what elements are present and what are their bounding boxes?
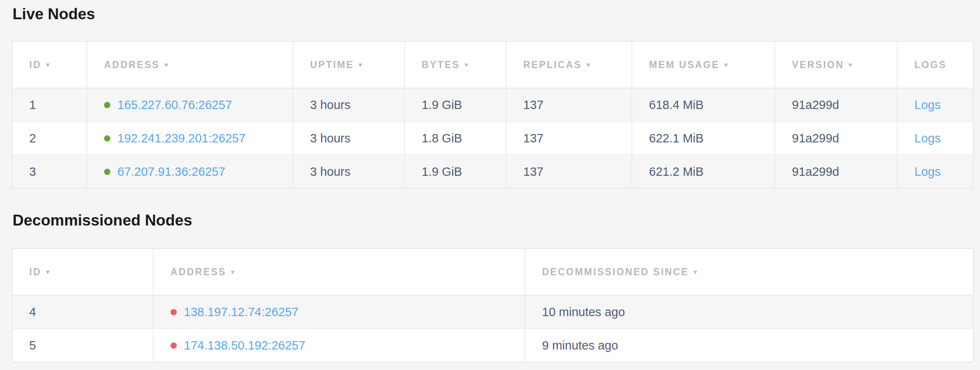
column-header-replicas-label: REPLICAS xyxy=(523,59,582,70)
column-header-id[interactable]: ID▾ xyxy=(12,248,153,295)
sort-arrow-icon: ▾ xyxy=(849,61,854,69)
live-nodes-title: Live Nodes xyxy=(13,0,980,23)
node-address-link[interactable]: 138.197.12.74:26257 xyxy=(184,305,298,319)
node-decommissioned-status-icon xyxy=(171,309,177,315)
column-header-mem-usage[interactable]: MEM USAGE▾ xyxy=(632,41,775,88)
column-header-address[interactable]: ADDRESS▾ xyxy=(87,41,293,88)
node-bytes-cell: 1.9 GiB xyxy=(405,155,506,188)
logs-link[interactable]: Logs xyxy=(914,132,941,145)
node-address-link[interactable]: 67.207.91.36:26257 xyxy=(117,165,225,178)
column-header-replicas[interactable]: REPLICAS▾ xyxy=(506,41,632,88)
node-replicas-cell: 137 xyxy=(506,155,632,188)
node-bytes-cell: 1.8 GiB xyxy=(405,122,506,155)
node-address-link[interactable]: 174.138.50.192:26257 xyxy=(184,339,305,352)
node-id-cell: 3 xyxy=(12,155,87,188)
column-header-logs-label: LOGS xyxy=(914,59,947,70)
node-id-cell: 2 xyxy=(12,122,87,155)
column-header-logs: LOGS xyxy=(897,41,973,88)
column-header-decommissioned-since-label: DECOMMISSIONED SINCE xyxy=(542,266,689,277)
node-address-cell: 67.207.91.36:26257 xyxy=(87,155,293,188)
node-uptime-cell: 3 hours xyxy=(293,122,405,155)
decommissioned-node-row: 5 174.138.50.192:26257 9 minutes ago xyxy=(12,329,973,362)
column-header-version-label: VERSION xyxy=(792,59,844,70)
sort-arrow-icon: ▾ xyxy=(693,268,698,276)
node-id-cell: 5 xyxy=(12,329,153,362)
node-bytes-cell: 1.9 GiB xyxy=(405,88,506,122)
node-decommissioned-status-icon xyxy=(171,342,177,349)
node-address-cell: 165.227.60.76:26257 xyxy=(87,88,293,122)
column-header-bytes[interactable]: BYTES▾ xyxy=(405,41,506,88)
decommissioned-nodes-table: ID▾ ADDRESS▾ DECOMMISSIONED SINCE▾ 4 138… xyxy=(12,248,974,362)
node-id-cell: 4 xyxy=(12,295,153,329)
live-node-row: 1 165.227.60.76:26257 3 hours 1.9 GiB 13… xyxy=(12,88,973,122)
sort-arrow-icon: ▾ xyxy=(724,61,729,69)
node-address-cell: 192.241.239.201:26257 xyxy=(87,122,293,155)
sort-arrow-icon: ▾ xyxy=(465,61,470,69)
node-decommissioned-since-cell: 9 minutes ago xyxy=(525,329,973,362)
column-header-address[interactable]: ADDRESS▾ xyxy=(153,248,525,295)
logs-link[interactable]: Logs xyxy=(914,165,941,178)
node-uptime-cell: 3 hours xyxy=(293,88,405,122)
sort-arrow-icon: ▾ xyxy=(164,61,169,69)
column-header-decommissioned-since[interactable]: DECOMMISSIONED SINCE▾ xyxy=(525,248,973,295)
node-live-status-icon xyxy=(104,135,110,142)
node-uptime-cell: 3 hours xyxy=(293,155,405,188)
column-header-bytes-label: BYTES xyxy=(422,59,460,70)
sort-arrow-icon: ▾ xyxy=(46,61,51,69)
sort-arrow-icon: ▾ xyxy=(46,268,51,276)
decommissioned-nodes-header-row: ID▾ ADDRESS▾ DECOMMISSIONED SINCE▾ xyxy=(12,248,973,295)
column-header-address-label: ADDRESS xyxy=(104,59,160,70)
sort-arrow-icon: ▾ xyxy=(586,61,591,69)
node-mem-usage-cell: 618.4 MiB xyxy=(632,88,775,122)
logs-link[interactable]: Logs xyxy=(914,98,941,112)
node-address-link[interactable]: 165.227.60.76:26257 xyxy=(117,98,232,112)
node-logs-cell: Logs xyxy=(897,88,973,122)
node-address-cell: 138.197.12.74:26257 xyxy=(153,295,525,329)
node-mem-usage-cell: 622.1 MiB xyxy=(632,122,775,155)
live-node-row: 2 192.241.239.201:26257 3 hours 1.8 GiB … xyxy=(12,122,973,155)
column-header-id[interactable]: ID▾ xyxy=(12,41,87,88)
node-address-cell: 174.138.50.192:26257 xyxy=(153,329,525,362)
node-version-cell: 91a299d xyxy=(775,88,897,122)
live-nodes-header-row: ID▾ ADDRESS▾ UPTIME▾ BYTES▾ REPLICAS▾ ME… xyxy=(12,41,973,88)
column-header-id-label: ID xyxy=(29,266,41,277)
live-node-row: 3 67.207.91.36:26257 3 hours 1.9 GiB 137… xyxy=(12,155,973,188)
node-replicas-cell: 137 xyxy=(506,122,632,155)
node-replicas-cell: 137 xyxy=(506,88,632,122)
node-live-status-icon xyxy=(104,169,110,175)
live-nodes-table: ID▾ ADDRESS▾ UPTIME▾ BYTES▾ REPLICAS▾ ME… xyxy=(12,41,974,189)
node-mem-usage-cell: 621.2 MiB xyxy=(632,155,775,188)
sort-arrow-icon: ▾ xyxy=(231,268,236,276)
node-version-cell: 91a299d xyxy=(775,122,897,155)
column-header-mem-usage-label: MEM USAGE xyxy=(649,59,720,70)
node-id-cell: 1 xyxy=(12,88,87,122)
node-logs-cell: Logs xyxy=(897,122,973,155)
decommissioned-node-row: 4 138.197.12.74:26257 10 minutes ago xyxy=(12,295,973,329)
decommissioned-nodes-title: Decommissioned Nodes xyxy=(13,212,980,229)
node-version-cell: 91a299d xyxy=(775,155,897,188)
sort-arrow-icon: ▾ xyxy=(359,61,364,69)
node-address-link[interactable]: 192.241.239.201:26257 xyxy=(117,132,245,145)
column-header-address-label: ADDRESS xyxy=(171,266,226,277)
column-header-uptime-label: UPTIME xyxy=(310,59,354,70)
node-live-status-icon xyxy=(104,102,110,108)
node-logs-cell: Logs xyxy=(897,155,973,188)
node-decommissioned-since-cell: 10 minutes ago xyxy=(525,295,973,329)
column-header-uptime[interactable]: UPTIME▾ xyxy=(293,41,405,88)
column-header-id-label: ID xyxy=(29,59,41,70)
column-header-version[interactable]: VERSION▾ xyxy=(775,41,897,88)
